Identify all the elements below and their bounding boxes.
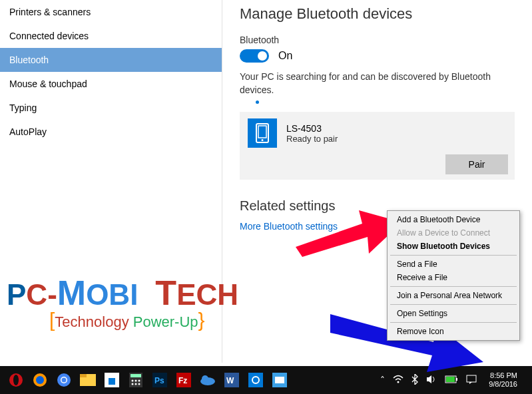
sidebar-item-bluetooth[interactable]: Bluetooth [0, 48, 222, 72]
menu-show-devices[interactable]: Show Bluetooth Devices [388, 240, 519, 253]
menu-send-file[interactable]: Send a File [388, 258, 519, 271]
clock-date: 9/8/2016 [489, 380, 517, 389]
device-name: LS-4503 [286, 123, 338, 134]
clock-time: 8:56 PM [489, 371, 517, 380]
sidebar-item-typing[interactable]: Typing [0, 96, 222, 120]
menu-join-pan[interactable]: Join a Personal Area Network [388, 289, 519, 302]
menu-separator [390, 322, 517, 323]
svg-text:Ps: Ps [154, 376, 164, 385]
tray-overflow-icon[interactable]: ˄ [380, 375, 385, 385]
taskbar-app-generic[interactable] [268, 369, 291, 391]
device-card[interactable]: LS-4503 Ready to pair Pair [240, 112, 515, 180]
device-status: Ready to pair [286, 134, 338, 144]
svg-point-36 [398, 381, 399, 383]
svg-point-23 [138, 383, 140, 385]
menu-open-settings[interactable]: Open Settings [388, 307, 519, 320]
search-status-text: Your PC is searching for and can be disc… [240, 71, 515, 97]
taskbar-app-filezilla[interactable]: Fz [172, 369, 195, 391]
settings-sidebar: Printers & scanners Connected devices Bl… [0, 0, 222, 363]
sidebar-item-autoplay[interactable]: AutoPlay [0, 120, 222, 144]
svg-rect-17 [131, 374, 141, 377]
menu-separator [390, 286, 517, 287]
taskbar-app-firefox[interactable] [29, 369, 51, 391]
taskbar-app-chrome[interactable] [53, 369, 75, 391]
menu-separator [390, 304, 517, 305]
taskbar-clock[interactable]: 8:56 PM 9/8/2016 [485, 371, 521, 389]
svg-rect-1 [258, 126, 266, 138]
svg-point-11 [62, 378, 67, 383]
svg-point-18 [132, 380, 134, 382]
svg-point-21 [132, 383, 134, 385]
pair-button[interactable]: Pair [445, 154, 508, 174]
svg-point-6 [13, 375, 19, 385]
sidebar-item-connected-devices[interactable]: Connected devices [0, 24, 222, 48]
menu-add-device[interactable]: Add a Bluetooth Device [388, 213, 519, 226]
svg-text:Fz: Fz [178, 376, 187, 385]
svg-rect-13 [80, 374, 87, 377]
phone-icon [248, 118, 277, 148]
menu-allow-connect: Allow a Device to Connect [388, 226, 519, 240]
searching-spinner-icon [256, 100, 259, 104]
svg-marker-3 [296, 210, 402, 257]
tray-wifi-icon[interactable] [393, 375, 403, 386]
svg-point-2 [262, 139, 264, 141]
svg-text:W: W [226, 376, 234, 385]
svg-point-8 [36, 376, 44, 384]
bluetooth-label: Bluetooth [240, 35, 515, 45]
svg-point-22 [135, 383, 137, 385]
svg-rect-32 [248, 373, 263, 387]
menu-separator [390, 255, 517, 256]
svg-point-29 [202, 375, 208, 382]
taskbar-app-cloud[interactable] [196, 369, 219, 391]
taskbar-app-opera[interactable] [5, 369, 27, 391]
svg-point-20 [138, 380, 140, 382]
menu-remove-icon[interactable]: Remove Icon [388, 325, 519, 338]
taskbar-app-photoshop[interactable]: Ps [148, 369, 171, 391]
tray-volume-icon[interactable] [426, 375, 437, 386]
taskbar-app-calculator[interactable] [125, 369, 147, 391]
svg-rect-41 [467, 375, 476, 382]
taskbar-app-word[interactable]: W [220, 369, 243, 391]
sidebar-item-printers[interactable]: Printers & scanners [0, 0, 222, 24]
tray-bluetooth-icon[interactable] [411, 374, 418, 387]
bluetooth-toggle[interactable] [240, 49, 269, 63]
taskbar-app-explorer[interactable] [77, 369, 99, 391]
tray-action-center-icon[interactable] [466, 375, 477, 386]
svg-marker-37 [427, 375, 431, 383]
tray-battery-icon[interactable] [445, 375, 458, 385]
taskbar-app-settings[interactable] [244, 369, 267, 391]
svg-rect-15 [109, 378, 115, 385]
menu-receive-file[interactable]: Receive a File [388, 271, 519, 284]
svg-point-19 [135, 380, 137, 382]
taskbar-app-store[interactable] [101, 369, 123, 391]
svg-rect-39 [456, 378, 457, 381]
svg-rect-40 [446, 377, 455, 382]
bluetooth-tray-context-menu: Add a Bluetooth Device Allow a Device to… [387, 210, 520, 341]
sidebar-item-mouse-touchpad[interactable]: Mouse & touchpad [0, 72, 222, 96]
annotation-arrow-red [296, 210, 402, 257]
svg-rect-35 [275, 377, 284, 383]
toggle-state-label: On [278, 50, 292, 62]
page-title: Manage Bluetooth devices [240, 5, 515, 23]
